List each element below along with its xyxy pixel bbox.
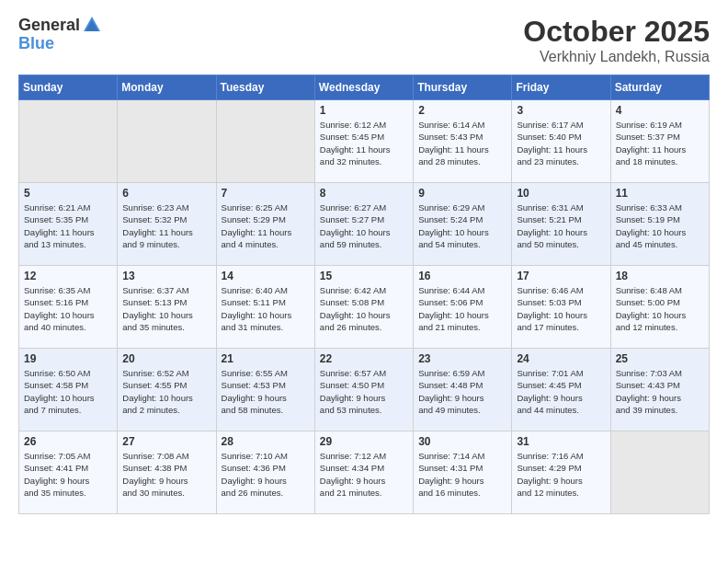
logo-icon (82, 15, 102, 35)
day-number: 15 (320, 270, 408, 282)
cell-content: Sunrise: 6:31 AM Sunset: 5:21 PM Dayligh… (517, 201, 605, 250)
cell-content: Sunrise: 6:42 AM Sunset: 5:08 PM Dayligh… (320, 284, 408, 333)
day-number: 10 (517, 187, 605, 200)
cell-content: Sunrise: 6:46 AM Sunset: 5:03 PM Dayligh… (517, 284, 605, 333)
calendar-week-4: 19Sunrise: 6:50 AM Sunset: 4:58 PM Dayli… (19, 349, 710, 431)
calendar-cell: 25Sunrise: 7:03 AM Sunset: 4:43 PM Dayli… (610, 349, 709, 431)
day-number: 4 (616, 104, 704, 117)
calendar-cell: 11Sunrise: 6:33 AM Sunset: 5:19 PM Dayli… (610, 183, 709, 266)
weekday-header-thursday: Thursday (414, 75, 512, 100)
calendar-cell: 14Sunrise: 6:40 AM Sunset: 5:11 PM Dayli… (216, 266, 314, 349)
calendar-cell: 23Sunrise: 6:59 AM Sunset: 4:48 PM Dayli… (414, 349, 512, 431)
cell-content: Sunrise: 6:33 AM Sunset: 5:19 PM Dayligh… (616, 201, 704, 250)
cell-content: Sunrise: 7:08 AM Sunset: 4:38 PM Dayligh… (122, 450, 210, 499)
day-number: 6 (122, 187, 210, 200)
cell-content: Sunrise: 6:57 AM Sunset: 4:50 PM Dayligh… (320, 367, 408, 416)
logo-blue-text: Blue (18, 35, 54, 52)
day-number: 17 (517, 270, 605, 282)
day-number: 28 (222, 435, 310, 448)
logo-general-text: General (18, 17, 80, 33)
day-number: 14 (222, 270, 310, 282)
cell-content: Sunrise: 6:19 AM Sunset: 5:37 PM Dayligh… (616, 119, 704, 167)
day-number: 3 (517, 104, 605, 117)
calendar-cell: 4Sunrise: 6:19 AM Sunset: 5:37 PM Daylig… (610, 100, 709, 183)
weekday-header-monday: Monday (118, 75, 216, 100)
calendar-cell: 19Sunrise: 6:50 AM Sunset: 4:58 PM Dayli… (19, 349, 118, 431)
calendar-cell: 8Sunrise: 6:27 AM Sunset: 5:27 PM Daylig… (314, 183, 413, 266)
calendar-cell: 20Sunrise: 6:52 AM Sunset: 4:55 PM Dayli… (118, 349, 216, 431)
calendar-cell: 22Sunrise: 6:57 AM Sunset: 4:50 PM Dayli… (314, 349, 413, 431)
cell-content: Sunrise: 7:12 AM Sunset: 4:34 PM Dayligh… (320, 450, 408, 499)
day-number: 26 (24, 435, 112, 448)
calendar-week-1: 1Sunrise: 6:12 AM Sunset: 5:45 PM Daylig… (19, 100, 710, 183)
calendar-cell (19, 100, 118, 183)
cell-content: Sunrise: 6:40 AM Sunset: 5:11 PM Dayligh… (222, 284, 310, 333)
cell-content: Sunrise: 6:55 AM Sunset: 4:53 PM Dayligh… (222, 367, 310, 416)
weekday-header-wednesday: Wednesday (314, 75, 413, 100)
calendar-cell: 7Sunrise: 6:25 AM Sunset: 5:29 PM Daylig… (216, 183, 314, 266)
cell-content: Sunrise: 6:23 AM Sunset: 5:32 PM Dayligh… (122, 201, 210, 250)
day-number: 24 (517, 352, 605, 365)
cell-content: Sunrise: 7:01 AM Sunset: 4:45 PM Dayligh… (517, 367, 605, 416)
weekday-header-saturday: Saturday (610, 75, 709, 100)
calendar-cell: 15Sunrise: 6:42 AM Sunset: 5:08 PM Dayli… (314, 266, 413, 349)
calendar-header-row: SundayMondayTuesdayWednesdayThursdayFrid… (19, 75, 710, 100)
calendar-cell: 26Sunrise: 7:05 AM Sunset: 4:41 PM Dayli… (19, 431, 118, 514)
day-number: 20 (122, 352, 210, 365)
cell-content: Sunrise: 6:44 AM Sunset: 5:06 PM Dayligh… (418, 284, 506, 333)
calendar-cell: 12Sunrise: 6:35 AM Sunset: 5:16 PM Dayli… (19, 266, 118, 349)
day-number: 13 (122, 270, 210, 282)
calendar-cell: 16Sunrise: 6:44 AM Sunset: 5:06 PM Dayli… (414, 266, 512, 349)
day-number: 21 (222, 352, 310, 365)
calendar-cell: 29Sunrise: 7:12 AM Sunset: 4:34 PM Dayli… (314, 431, 413, 514)
calendar-cell: 31Sunrise: 7:16 AM Sunset: 4:29 PM Dayli… (512, 431, 610, 514)
weekday-header-tuesday: Tuesday (216, 75, 314, 100)
cell-content: Sunrise: 7:10 AM Sunset: 4:36 PM Dayligh… (222, 450, 310, 499)
calendar-week-3: 12Sunrise: 6:35 AM Sunset: 5:16 PM Dayli… (19, 266, 710, 349)
cell-content: Sunrise: 6:25 AM Sunset: 5:29 PM Dayligh… (222, 201, 310, 250)
title-block: October 2025 Verkhniy Landekh, Russia (523, 15, 710, 65)
day-number: 23 (418, 352, 506, 365)
day-number: 27 (122, 435, 210, 448)
cell-content: Sunrise: 6:35 AM Sunset: 5:16 PM Dayligh… (24, 284, 112, 333)
cell-content: Sunrise: 6:37 AM Sunset: 5:13 PM Dayligh… (122, 284, 210, 333)
day-number: 11 (616, 187, 704, 200)
calendar-cell: 18Sunrise: 6:48 AM Sunset: 5:00 PM Dayli… (610, 266, 709, 349)
cell-content: Sunrise: 6:21 AM Sunset: 5:35 PM Dayligh… (24, 201, 112, 250)
location-title: Verkhniy Landekh, Russia (523, 49, 710, 65)
day-number: 12 (24, 270, 112, 282)
calendar-week-5: 26Sunrise: 7:05 AM Sunset: 4:41 PM Dayli… (19, 431, 710, 514)
cell-content: Sunrise: 7:05 AM Sunset: 4:41 PM Dayligh… (24, 450, 112, 499)
day-number: 29 (320, 435, 408, 448)
cell-content: Sunrise: 6:17 AM Sunset: 5:40 PM Dayligh… (517, 119, 605, 167)
calendar-cell: 30Sunrise: 7:14 AM Sunset: 4:31 PM Dayli… (414, 431, 512, 514)
calendar-table: SundayMondayTuesdayWednesdayThursdayFrid… (18, 75, 710, 514)
cell-content: Sunrise: 6:29 AM Sunset: 5:24 PM Dayligh… (418, 201, 506, 250)
weekday-header-sunday: Sunday (19, 75, 118, 100)
cell-content: Sunrise: 6:48 AM Sunset: 5:00 PM Dayligh… (616, 284, 704, 333)
day-number: 7 (222, 187, 310, 200)
calendar-cell: 21Sunrise: 6:55 AM Sunset: 4:53 PM Dayli… (216, 349, 314, 431)
calendar-cell (118, 100, 216, 183)
day-number: 30 (418, 435, 506, 448)
day-number: 5 (24, 187, 112, 200)
cell-content: Sunrise: 6:59 AM Sunset: 4:48 PM Dayligh… (418, 367, 506, 416)
day-number: 25 (616, 352, 704, 365)
calendar-cell: 6Sunrise: 6:23 AM Sunset: 5:32 PM Daylig… (118, 183, 216, 266)
calendar-cell: 1Sunrise: 6:12 AM Sunset: 5:45 PM Daylig… (314, 100, 413, 183)
page-header: General Blue October 2025 Verkhniy Lande… (18, 15, 710, 65)
cell-content: Sunrise: 6:52 AM Sunset: 4:55 PM Dayligh… (122, 367, 210, 416)
calendar-cell: 9Sunrise: 6:29 AM Sunset: 5:24 PM Daylig… (414, 183, 512, 266)
day-number: 31 (517, 435, 605, 448)
cell-content: Sunrise: 6:27 AM Sunset: 5:27 PM Dayligh… (320, 201, 408, 250)
cell-content: Sunrise: 6:12 AM Sunset: 5:45 PM Dayligh… (320, 119, 408, 167)
calendar-week-2: 5Sunrise: 6:21 AM Sunset: 5:35 PM Daylig… (19, 183, 710, 266)
day-number: 19 (24, 352, 112, 365)
cell-content: Sunrise: 6:14 AM Sunset: 5:43 PM Dayligh… (418, 119, 506, 167)
day-number: 16 (418, 270, 506, 282)
calendar-cell: 28Sunrise: 7:10 AM Sunset: 4:36 PM Dayli… (216, 431, 314, 514)
calendar-cell: 2Sunrise: 6:14 AM Sunset: 5:43 PM Daylig… (414, 100, 512, 183)
calendar-cell (610, 431, 709, 514)
day-number: 22 (320, 352, 408, 365)
day-number: 1 (320, 104, 408, 117)
